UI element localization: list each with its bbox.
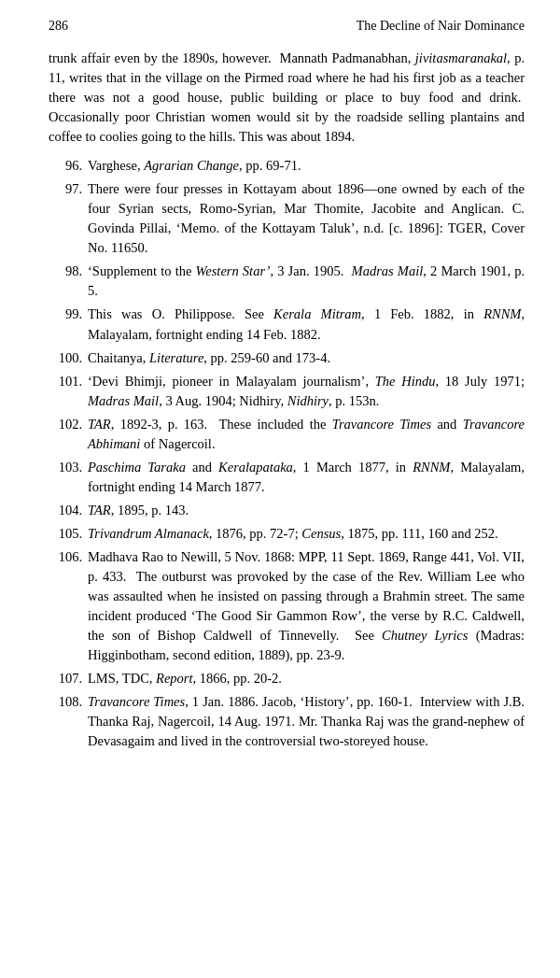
note-107: 107. LMS, TDC, Report, 1866, pp. 20-2. <box>49 669 525 688</box>
note-101: 101. ‘Devi Bhimji, pioneer in Malayalam … <box>49 372 525 411</box>
note-num-106: 106. <box>49 547 88 567</box>
note-104: 104. TAR, 1895, p. 143. <box>49 501 525 520</box>
note-num-108: 108. <box>49 692 88 712</box>
note-98: 98. ‘Supplement to the Western Star’, 3 … <box>49 262 525 301</box>
note-num-98: 98. <box>49 262 88 281</box>
note-num-96: 96. <box>49 156 88 176</box>
note-content-108: Travancore Times, 1 Jan. 1886. Jacob, ‘H… <box>88 692 525 751</box>
page-title: The Decline of Nair Dominance <box>357 17 525 35</box>
note-content-104: TAR, 1895, p. 143. <box>88 501 525 520</box>
note-106: 106. Madhava Rao to Newill, 5 Nov. 1868:… <box>49 547 525 665</box>
note-100: 100. Chaitanya, Literature, pp. 259-60 a… <box>49 348 525 368</box>
note-content-100: Chaitanya, Literature, pp. 259-60 and 17… <box>88 348 525 368</box>
note-num-104: 104. <box>49 501 88 520</box>
note-content-105: Trivandrum Almanack, 1876, pp. 72-7; Cen… <box>88 524 525 544</box>
note-content-101: ‘Devi Bhimji, pioneer in Malayalam journ… <box>88 372 525 411</box>
note-content-103: Paschima Taraka and Keralapataka, 1 Marc… <box>88 458 525 497</box>
page: 286 The Decline of Nair Dominance trunk … <box>0 0 560 772</box>
note-108: 108. Travancore Times, 1 Jan. 1886. Jaco… <box>49 692 525 751</box>
note-content-98: ‘Supplement to the Western Star’, 3 Jan.… <box>88 262 525 301</box>
page-number: 286 <box>49 17 68 35</box>
note-num-105: 105. <box>49 524 88 544</box>
note-103: 103. Paschima Taraka and Keralapataka, 1… <box>49 458 525 497</box>
note-content-96: Varghese, Agrarian Change, pp. 69-71. <box>88 156 525 176</box>
note-num-99: 99. <box>49 305 88 324</box>
note-content-102: TAR, 1892-3, p. 163. These included the … <box>88 415 525 454</box>
note-102: 102. TAR, 1892-3, p. 163. These included… <box>49 415 525 454</box>
note-105: 105. Trivandrum Almanack, 1876, pp. 72-7… <box>49 524 525 544</box>
note-96: 96. Varghese, Agrarian Change, pp. 69-71… <box>49 156 525 176</box>
note-content-99: This was O. Philippose. See Kerala Mitra… <box>88 305 525 344</box>
note-99: 99. This was O. Philippose. See Kerala M… <box>49 305 525 344</box>
note-num-103: 103. <box>49 458 88 477</box>
note-num-100: 100. <box>49 348 88 368</box>
intro-paragraph: trunk affair even by the 1890s, however.… <box>49 49 525 147</box>
note-content-106: Madhava Rao to Newill, 5 Nov. 1868: MPP,… <box>88 547 525 665</box>
note-97: 97. There were four presses in Kottayam … <box>49 179 525 258</box>
note-content-107: LMS, TDC, Report, 1866, pp. 20-2. <box>88 669 525 688</box>
note-num-101: 101. <box>49 372 88 391</box>
note-num-102: 102. <box>49 415 88 434</box>
note-num-97: 97. <box>49 179 88 199</box>
notes-list: 96. Varghese, Agrarian Change, pp. 69-71… <box>49 156 525 750</box>
note-content-97: There were four presses in Kottayam abou… <box>88 179 525 258</box>
page-header: 286 The Decline of Nair Dominance <box>49 17 525 35</box>
note-num-107: 107. <box>49 669 88 688</box>
